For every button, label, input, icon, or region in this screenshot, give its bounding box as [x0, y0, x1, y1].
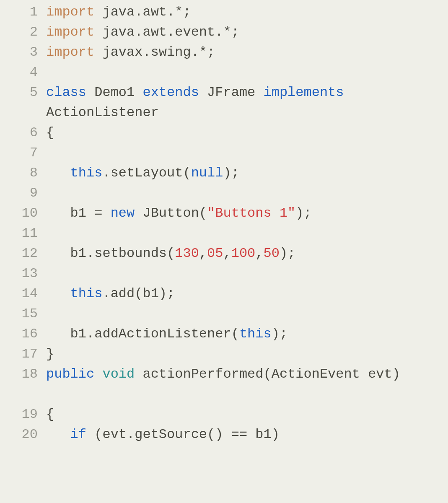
token-txt: , [255, 246, 263, 261]
line-number: 20 [0, 425, 38, 445]
token-txt: , [223, 246, 231, 261]
token-txt: (evt.getSource() == b1) [86, 427, 280, 442]
token-txt: Demo1 [86, 85, 142, 100]
token-kw-blue: extends [142, 85, 199, 100]
code-line[interactable]: import javax.swing.*; [46, 42, 444, 62]
line-number: 14 [0, 284, 38, 304]
line-number: 7 [0, 143, 38, 163]
code-line[interactable] [46, 143, 444, 163]
token-kw-blue: if [70, 427, 86, 442]
line-number: 1 [0, 2, 38, 22]
line-number: 16 [0, 324, 38, 344]
token-kw: import [46, 24, 94, 40]
token-kw-blue: public [46, 366, 94, 382]
line-number: 19 [0, 404, 38, 425]
token-kw: import [46, 4, 94, 20]
code-line[interactable] [46, 264, 444, 284]
token-txt: ); [272, 326, 287, 342]
line-number: 2 [0, 22, 38, 42]
token-txt: { [46, 407, 54, 422]
token-txt: javax.swing.*; [94, 44, 215, 60]
code-line[interactable]: b1 = new JButton("Buttons 1"); [46, 203, 444, 223]
line-number: 11 [0, 223, 38, 244]
token-type: void [102, 366, 135, 382]
token-txt: actionPerformed(ActionEvent evt) [135, 366, 400, 382]
token-kw-blue: this [70, 165, 103, 181]
token-txt [94, 366, 102, 382]
token-txt: b1.setbounds( [46, 246, 175, 261]
token-num: 100 [231, 246, 256, 261]
token-kw-blue: this [239, 326, 272, 342]
code-line[interactable] [46, 304, 444, 324]
token-txt: JButton( [135, 205, 207, 221]
token-txt: , [199, 246, 207, 261]
code-line[interactable] [46, 183, 444, 203]
line-number: 4 [0, 62, 38, 83]
token-kw-blue: implements [263, 85, 344, 100]
token-txt [46, 286, 70, 301]
token-txt [46, 165, 70, 181]
token-txt: } [46, 346, 54, 362]
token-kw: import [46, 44, 94, 60]
line-number: 6 [0, 123, 38, 143]
line-number: 13 [0, 264, 38, 284]
code-line[interactable]: this.setLayout(null); [46, 163, 444, 183]
line-number: 18 [0, 364, 38, 404]
code-line[interactable]: import java.awt.*; [46, 2, 444, 22]
line-number: 10 [0, 203, 38, 223]
token-kw-blue: this [70, 286, 103, 301]
code-line[interactable]: b1.setbounds(130,05,100,50); [46, 244, 444, 264]
line-number: 3 [0, 42, 38, 62]
line-number: 9 [0, 183, 38, 203]
token-num: 130 [175, 246, 199, 261]
token-num: 05 [207, 246, 223, 261]
token-kw-blue: class [46, 85, 86, 100]
line-number: 12 [0, 244, 38, 264]
token-txt: b1.addActionListener( [46, 326, 239, 342]
code-line[interactable]: public void actionPerformed(ActionEvent … [46, 364, 444, 404]
code-editor: 1234567891011121314151617181920 import j… [0, 0, 448, 447]
code-line[interactable]: { [46, 123, 444, 143]
token-txt: .add(b1); [102, 286, 175, 301]
code-line[interactable]: import java.awt.event.*; [46, 22, 444, 42]
token-bool: null [191, 165, 223, 181]
code-line[interactable]: b1.addActionListener(this); [46, 324, 444, 344]
code-line[interactable]: { [46, 404, 444, 425]
token-kw-blue: new [111, 205, 135, 221]
line-number: 8 [0, 163, 38, 183]
token-txt: ); [280, 246, 295, 261]
token-txt: ); [223, 165, 239, 181]
line-number: 5 [0, 83, 38, 123]
token-txt [46, 427, 70, 442]
code-content[interactable]: import java.awt.*;import java.awt.event.… [46, 2, 448, 445]
code-line[interactable]: this.add(b1); [46, 284, 444, 304]
token-txt: JFrame [199, 85, 264, 100]
token-num: 50 [263, 246, 279, 261]
token-txt: ); [295, 205, 311, 221]
code-line[interactable]: } [46, 344, 444, 364]
line-number: 17 [0, 344, 38, 364]
token-txt: java.awt.event.*; [94, 24, 239, 40]
code-line[interactable] [46, 223, 444, 244]
code-line[interactable] [46, 62, 444, 83]
code-line[interactable]: class Demo1 extends JFrame implements Ac… [46, 83, 444, 123]
line-number-gutter: 1234567891011121314151617181920 [0, 2, 46, 445]
token-txt: .setLayout( [102, 165, 191, 181]
token-txt: java.awt.*; [94, 4, 191, 20]
token-txt: b1 = [46, 205, 111, 221]
line-number: 15 [0, 304, 38, 324]
token-txt: { [46, 125, 54, 140]
code-line[interactable]: if (evt.getSource() == b1) [46, 425, 444, 445]
token-str: "Buttons 1" [207, 205, 295, 221]
